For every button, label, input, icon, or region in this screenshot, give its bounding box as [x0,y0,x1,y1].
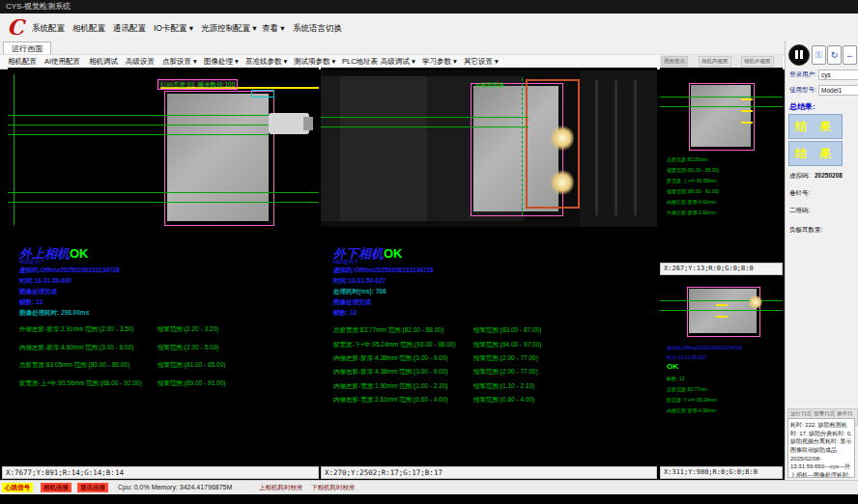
left-camera-view[interactable]: 灯的亮度:93, 曝光数值:100 外上相机OK MES复判:T 虚拟码:Off… [8,68,319,466]
slot-line [634,80,637,215]
tab-run-screen[interactable]: 运行画面 [3,42,51,55]
measurement-alarm: 报警范围:(2.20 - 3.20) [157,325,218,334]
tool-camera-debug[interactable]: 相机调试 [87,56,120,68]
slot-line [615,80,617,215]
left-info-line: 图像处理完成 [19,288,57,296]
menu-comm-config[interactable]: 通讯配置 [110,21,149,35]
comm-link-badge: 通讯连接 [77,483,108,492]
green-line [660,310,783,311]
left-camera-image[interactable]: 灯的亮度:93, 曝光数值:100 [8,70,319,227]
menu-camera-config[interactable]: 相机配置 [70,21,108,35]
sv2-text: 胶宽度-下+中:95.24mm [667,397,717,403]
sv1-text: 内侧左胶-胶厚:4.60mm [667,199,716,205]
measurement-alarm: 报警范围:(81.00 - 85.00) [157,361,225,370]
middle-info-line: 图像处理完成 [333,298,371,307]
menu-light-config[interactable]: 光源控制配置 ▾ [198,21,260,35]
left-info-line: 帧数: 13 [19,298,43,307]
glow-spot [551,169,574,196]
tool-other-set[interactable]: 其它设置 ▾ [462,56,500,68]
tool-image-process[interactable]: 图像处理 ▾ [202,56,241,68]
sv1-text: 总胶宽度:83.05mm [667,156,707,162]
tool-camera-config[interactable]: 相机配置 [6,56,39,68]
green-line [660,106,783,107]
middle-mes-line: MES复判:T [333,259,358,265]
log-text-box[interactable]: 耗时: 222, 缺陷检测耗时: 17, 缺陷分类耗时: 0, 缺陷视频分离耗时… [787,418,855,478]
tool-adv-debug[interactable]: 高级调试 ▾ [379,56,417,68]
measurement-name: 胶宽度-上+中:90.56mm 范围:(88.00 - 92.00) [19,379,142,388]
green-line [8,192,319,193]
sv1-text: 胶宽度-上+中:90.56mm [667,178,717,183]
pause-icon [795,50,798,59]
connector-tip [303,117,313,130]
cpu-memory-text: Cpu: 0.0% Memory: 3424.41796875M [118,483,232,492]
sv2-text: 虚拟码:Offline20250208133134728 [667,345,742,350]
middle-info-line: 帧数: 13 [333,309,357,318]
tab-outer-view[interactable]: 相机外视图 [741,56,774,67]
yellow-text-mark [716,304,728,306]
tool-plc-table[interactable]: PLC地址表 [340,56,380,68]
measurement-alarm: 报警范围:(0.60 - 4.00) [473,396,534,405]
user-label: 登录用户: [789,70,816,79]
small-camera-view-2[interactable]: 虚拟码:Offline20250208133134728 时间:13-31-59… [660,275,783,466]
yellow-text-mark [741,122,753,124]
vcode-value: 20250208 [815,172,843,179]
exit-button[interactable]: ← [843,45,857,65]
glow-spot [749,294,762,310]
refresh-icon: ↻ [831,50,839,60]
sv2-text: 时间:13-31-59-627 [667,354,706,360]
sv2-text: 总胶宽度:83.77mm [667,386,707,392]
refresh-button[interactable]: ↻ [827,45,842,65]
tab-bar: 运行画面 [0,41,785,54]
measurement-alarm: 报警范围:(94.00 - 97.00) [473,341,541,350]
camera-link-badge: 相机连接 [41,483,72,492]
tab-display-mode[interactable]: 画面显示 [661,56,688,67]
pause-button[interactable] [788,44,810,66]
menu-language-switch[interactable]: 系统语言切换 [290,21,345,35]
window-titlebar: CYS-视觉检测系统 [0,0,858,14]
tab-inner-view[interactable]: 相机内视图 [699,56,731,67]
yellow-text-mark [741,110,753,112]
green-line [8,125,269,126]
measurement-alarm: 报警范围:(2.00 - 77.00) [473,354,538,363]
middle-coord-strip: X:270;Y:2502;R:17;G:17;B:17 [321,466,657,479]
exposure-overlay-label: 灯的亮度:93, 曝光数值:100 [157,79,238,90]
tool-learn-param[interactable]: 学习参数 ▾ [420,56,459,68]
status-bar: 心跳信号 相机连接 通讯连接 Cpu: 0.0% Memory: 3424.41… [0,480,858,494]
heartbeat-badge: 心跳信号 [2,483,33,492]
vcode-label: 虚拟码: [789,172,810,181]
tool-test-param[interactable]: 测试项参数 ▾ [292,56,337,68]
upper-cam-calibration[interactable]: 上相机耗时校准 [259,483,303,492]
menu-bar: C 系统配置 相机配置 通讯配置 IO卡配置 ▾ 光源控制配置 ▾ 查看 ▾ 系… [0,14,858,42]
menu-view[interactable]: 查看 ▾ [259,21,288,35]
left-info-line: 虚拟码:Offline20250208133134728 [19,266,120,275]
arrow-left-icon: ← [845,50,854,60]
green-line [8,115,269,116]
green-line [8,134,269,135]
sv1-text: 报警范围:(81.00 - 85.00) [667,167,719,173]
small-view2-coord-strip: X:311;Y:980;R:0;G:0;B:0 [660,466,783,479]
total-result-label: 总结果: [789,101,815,112]
middle-camera-image[interactable]: AI检测图像 [321,70,657,227]
glow-spot [551,125,574,152]
measurement-name: 内侧左胶-胶厚:4.38mm 范围:(3.00 - 9.00) [333,354,447,363]
measurement-name: 内侧左胶-宽度:1.90mm 范围:(1.00 - 2.20) [333,382,447,391]
green-line [8,202,319,203]
tool-advanced-set[interactable]: 高级设置 [124,56,157,68]
lock-button[interactable]: ⚿ [812,45,826,65]
lower-cam-calibration[interactable]: 下相机耗时校准 [311,483,356,492]
tool-baseline-param[interactable]: 基准线参数 ▾ [243,56,289,68]
menu-system-config[interactable]: 系统配置 [29,21,68,35]
measurement-alarm: 报警范围:(83.00 - 87.00) [473,326,541,335]
tool-glue-set[interactable]: 点胶设置 ▾ [160,56,199,68]
green-dashed-line [522,78,523,215]
small-camera-view-1[interactable]: 总胶宽度:83.05mm 报警范围:(81.00 - 85.00) 胶宽度-上+… [660,68,783,263]
slot-line [595,80,598,215]
model-value[interactable]: Model1 [818,85,858,96]
menu-io-config[interactable]: IO卡配置 ▾ [151,21,196,35]
ai-image-label: AI检测图像 [475,81,504,90]
cyan-mark [251,90,274,98]
left-coord-strip: X:7677;Y:891;R:14;G:14;B:14 [2,466,319,479]
user-value[interactable]: cys [818,70,858,80]
tool-ai-config[interactable]: AI使用配置 [43,56,82,68]
middle-camera-view[interactable]: AI检测图像 外下相机OK MES复判:T 虚拟码:Offline2025020… [321,68,657,466]
